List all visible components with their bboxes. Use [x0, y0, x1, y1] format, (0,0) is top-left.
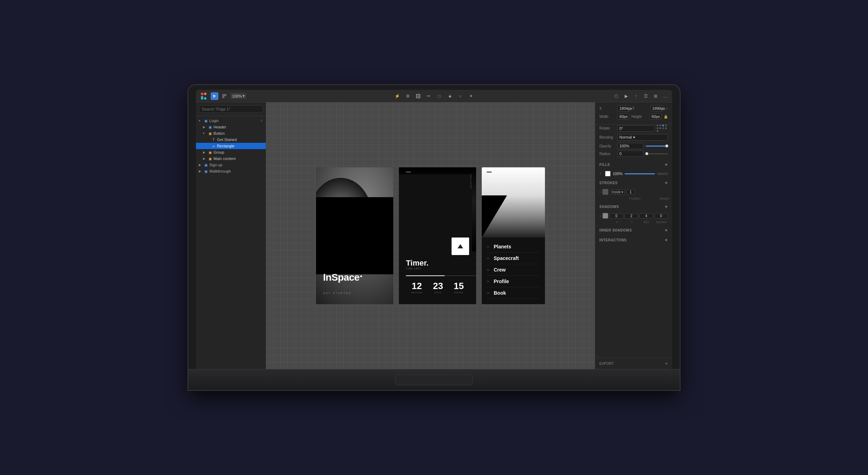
rect-tool[interactable]: □ — [435, 92, 443, 100]
canvas-area[interactable]: BOOK YOUR TRIP TO SPACE InSpace GET STAR… — [266, 102, 595, 369]
fill-slider[interactable] — [625, 173, 655, 174]
lock-icon[interactable]: 🔒 — [664, 115, 668, 119]
stroke-position[interactable]: Inside ▾ — [610, 189, 625, 195]
rotate-row: Rotate 0° — [595, 125, 672, 132]
radius-slider[interactable] — [646, 153, 668, 154]
move-tool[interactable] — [211, 92, 218, 100]
spacer — [595, 245, 672, 357]
laptop-keyboard — [188, 369, 680, 390]
toolbar-right: ⬡ ▶ ↑ ☰ ⊞ … — [477, 92, 669, 100]
zoom-control[interactable]: 100% ▾ — [230, 93, 246, 99]
inner-shadows-header: INNER SHADOWS + — [595, 225, 672, 235]
layers-tree: ▾ ▣ Login ⚙ ▶ ▣ Header — [196, 116, 266, 369]
add-shadow-button[interactable]: + — [665, 204, 668, 209]
shadow-x-val[interactable]: 0 — [610, 213, 623, 219]
rotate-value[interactable]: 0° — [617, 125, 655, 132]
expand-arrow: ▶ — [199, 169, 202, 173]
figma-logo[interactable] — [199, 91, 209, 101]
rdot-4 — [665, 125, 667, 126]
y-value[interactable]: 1990px — [650, 105, 663, 112]
radius-row: Radius 0 — [595, 150, 672, 160]
left-panel: ▾ ▣ Login ⚙ ▶ ▣ Header — [196, 102, 266, 369]
frame-icon[interactable] — [414, 92, 422, 100]
main-area: ▾ ▣ Login ⚙ ▶ ▣ Header — [196, 102, 672, 369]
frame-nav[interactable]: 01 Planets 02 Spacecraft 03 — [482, 167, 545, 304]
nav-item-spacecraft[interactable]: 02 Spacecraft — [487, 253, 540, 264]
svg-rect-7 — [223, 96, 224, 98]
search-input[interactable] — [199, 105, 263, 113]
countdown-hours: 15 HOURS — [454, 281, 464, 304]
opacity-label: Opacity — [599, 144, 615, 148]
height-value[interactable]: 60px — [650, 113, 662, 120]
layer-label: Login — [209, 119, 219, 123]
fill-checkbox[interactable]: ✓ — [599, 172, 603, 175]
shadow-swatch[interactable] — [603, 213, 608, 219]
shadow-spread-val[interactable]: 0 — [655, 213, 668, 219]
layer-login[interactable]: ▾ ▣ Login ⚙ — [196, 118, 266, 124]
layer-get-started[interactable]: T Get Started — [196, 136, 266, 143]
blending-label: Blending — [599, 135, 615, 139]
add-stroke-button[interactable]: + — [665, 180, 668, 186]
nav-item-book[interactable]: 05 Book — [487, 287, 540, 299]
stroke-swatch[interactable] — [603, 189, 608, 195]
frame-wrapper-inspace: BOOK YOUR TRIP TO SPACE InSpace GET STAR… — [316, 167, 393, 304]
lightning-icon[interactable]: ⚡ — [393, 92, 401, 100]
shadow-y-val[interactable]: 2 — [625, 213, 638, 219]
shadow-blur-val[interactable]: 4 — [639, 213, 653, 219]
frame-inspace[interactable]: BOOK YOUR TRIP TO SPACE InSpace GET STAR… — [316, 167, 393, 304]
opacity-fill — [646, 146, 668, 147]
trackpad[interactable] — [395, 375, 473, 385]
add-export-button[interactable]: + — [665, 361, 668, 366]
vector-icon[interactable]: ✂ — [425, 92, 433, 100]
blend-select[interactable]: Normal ▾ — [617, 134, 668, 141]
sun-icon[interactable]: ☀ — [467, 92, 475, 100]
svg-rect-0 — [201, 93, 203, 95]
add-inner-shadow-button[interactable]: + — [665, 227, 668, 233]
frame-icon: ▣ — [204, 119, 208, 123]
settings-dot[interactable]: ⚙ — [260, 119, 263, 122]
layer-sign-up[interactable]: ▶ ▣ Sign up — [196, 162, 266, 168]
play-icon[interactable]: ▶ — [622, 92, 630, 100]
opacity-thumb[interactable] — [665, 145, 668, 147]
xy-row: X 1804px Y 1990px ↗ — [599, 105, 668, 112]
fill-opacity[interactable]: 100% — [613, 172, 623, 176]
toolbar-left: 100% ▾ — [199, 91, 391, 101]
add-fill-button[interactable]: + — [665, 162, 668, 167]
layer-rectangle[interactable]: ■ Rectangle — [196, 143, 266, 149]
frame-timer[interactable]: FALCONS Timer. TIME LEFT — [399, 167, 476, 304]
layer-button[interactable]: ▾ ▣ Button — [196, 130, 266, 136]
x-value[interactable]: 1804px — [617, 105, 630, 112]
nav-item-crew[interactable]: 03 Crew — [487, 264, 540, 276]
radius-thumb[interactable] — [645, 152, 648, 155]
stroke-weight[interactable]: 1 — [626, 189, 635, 195]
ellipse-tool[interactable]: ○ — [456, 92, 464, 100]
shadows-header: SHADOWS + — [595, 202, 672, 212]
opacity-value[interactable]: 100% — [617, 143, 644, 149]
layer-header[interactable]: ▶ ▣ Header — [196, 124, 266, 130]
layer-walkthrough[interactable]: ▶ ▣ Walkthrough — [196, 168, 266, 174]
wh-row: Width 60px Height 60px 🔒 — [599, 113, 668, 120]
gear-icon[interactable]: ⚙ — [404, 92, 412, 100]
settings-icon[interactable]: ☰ — [642, 92, 650, 100]
layer-group[interactable]: ▶ ▣ Group — [196, 149, 266, 155]
fill-swatch[interactable] — [605, 171, 611, 176]
constraint-icon[interactable]: ↗ — [665, 107, 668, 111]
width-value[interactable]: 60px — [617, 113, 630, 120]
prototype-icon[interactable]: ⬡ — [612, 92, 620, 100]
frame-tool[interactable] — [221, 92, 228, 100]
shadow-checkbox[interactable]: □ — [599, 214, 601, 218]
add-interaction-button[interactable]: + — [665, 237, 668, 243]
layer-main-content[interactable]: ▶ ▣ Main content — [196, 155, 266, 162]
opacity-slider[interactable] — [646, 146, 668, 147]
white-square — [452, 238, 469, 255]
grid-icon[interactable]: ⊞ — [652, 92, 659, 100]
more-icon[interactable]: … — [662, 92, 669, 100]
layer-label: Sign up — [209, 163, 222, 167]
radius-value[interactable]: 0 — [617, 150, 644, 157]
rdot-1 — [657, 125, 658, 126]
nav-item-profile[interactable]: 04 Profile — [487, 276, 540, 287]
stroke-checkbox[interactable]: □ — [599, 190, 601, 194]
share-icon[interactable]: ↑ — [632, 92, 640, 100]
nav-item-planets[interactable]: 01 Planets — [487, 241, 540, 253]
component-icon[interactable]: ◈ — [446, 92, 454, 100]
